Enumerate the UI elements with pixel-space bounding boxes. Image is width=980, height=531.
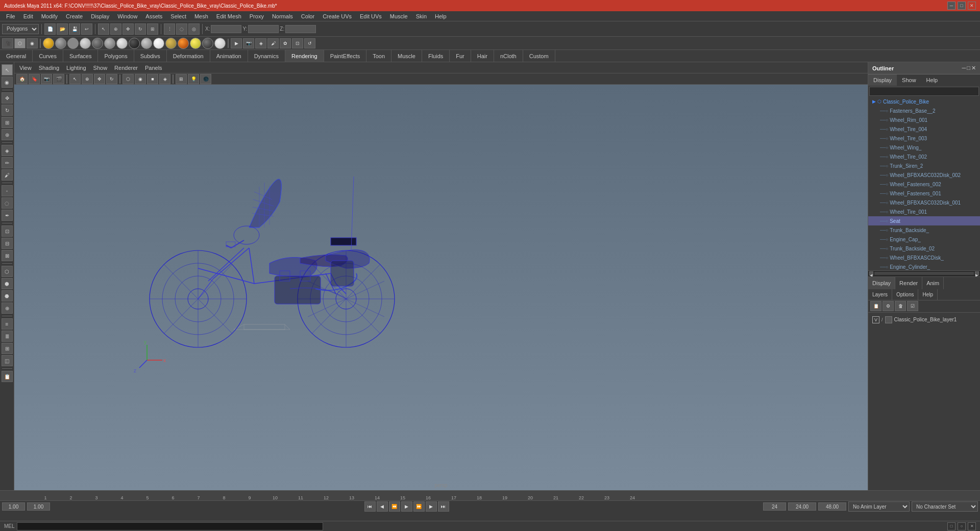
viewport-lighting-menu[interactable]: Lighting [63,65,89,71]
coord-z-input[interactable] [285,25,316,33]
sculpt-left[interactable]: ✏ [2,157,13,168]
extrude-left[interactable]: ⊡ [2,225,13,237]
menu-normals[interactable]: Normals [268,11,297,21]
curve-ep-left[interactable]: ◌ [2,197,13,209]
tab-fur[interactable]: Fur [450,50,471,62]
mel-input[interactable] [17,522,323,530]
layer-item-1[interactable]: V / Classic_Police_Bike_layer1 [870,315,978,325]
layers-tab[interactable]: Layers [868,289,892,300]
tab-muscle[interactable]: Muscle [391,50,422,62]
tab-toon[interactable]: Toon [366,50,391,62]
display1-left[interactable]: 📋 [2,371,13,382]
curve-cv-left[interactable]: ◦ [2,185,13,196]
layer-select-icon[interactable]: ☑ [907,301,918,311]
options-tab[interactable]: Options [892,289,918,300]
menu-edit-mesh[interactable]: Edit Mesh [212,11,246,21]
menu-file[interactable]: File [2,11,19,21]
total-frames-input[interactable]: 48.00 [818,502,846,511]
outliner-item-13[interactable]: ──○ Trunk_Backside_ [868,225,980,235]
outliner-search-input[interactable] [869,87,979,96]
move-tool-left[interactable]: ✥ [2,92,13,104]
menu-display[interactable]: Display [87,11,113,21]
camera-icon[interactable]: 🎥 [2,38,13,48]
sphere-darkgray[interactable] [202,38,213,49]
outliner-show-tab[interactable]: Show [897,74,921,86]
paint-icon[interactable]: 🖌 [267,38,279,48]
tab-custom[interactable]: Custom [523,50,555,62]
soft-mod-left[interactable]: ◈ [2,145,13,156]
smooth-icon[interactable]: ◉ [27,38,38,48]
anim-layer-select[interactable]: No Anim Layer [848,501,910,512]
sphere-flat[interactable] [67,38,79,49]
current-frame-input[interactable]: 1.00 [2,502,25,511]
layer3-left[interactable]: ⊞ [2,343,13,354]
outliner-scroll-left[interactable]: ◂ [869,271,873,275]
vp-light-icon[interactable]: 💡 [188,74,199,84]
vp-film-icon[interactable]: 🎬 [53,74,64,84]
minimize-button[interactable]: ─ [947,2,955,10]
anim-icon[interactable]: ↺ [304,38,315,48]
go-to-end-btn[interactable]: ⏭ [438,501,449,512]
outliner-maximize[interactable]: □ [967,65,970,71]
sphere-light[interactable] [80,38,91,49]
playback-end-input[interactable]: 24.00 [788,502,816,511]
next-frame-btn[interactable]: ▶ [426,501,437,512]
close-button[interactable]: ✕ [968,2,976,10]
tab-animation[interactable]: Animation [210,50,248,62]
menu-assets[interactable]: Assets [141,11,166,21]
menu-help[interactable]: Help [431,11,451,21]
tab-dynamics[interactable]: Dynamics [248,50,285,62]
menu-edit-uvs[interactable]: Edit UVs [356,11,386,21]
outliner-item-15[interactable]: ──○ Trunk_Backside_02 [868,244,980,253]
end-frame-input[interactable]: 24 [763,502,786,511]
tab-deformation[interactable]: Deformation [167,50,210,62]
start-frame-input[interactable]: 1.00 [27,502,50,511]
sphere-yellow2[interactable] [190,38,201,49]
outliner-close[interactable]: ✕ [971,65,976,71]
outliner-item-17[interactable]: ──○ Engine_Cylinder_ [868,262,980,270]
tab-polygons[interactable]: Polygons [98,50,134,62]
vp-lasso-icon[interactable]: ⊕ [82,74,93,84]
viewport-renderer-menu[interactable]: Renderer [111,65,141,71]
outliner-item-4[interactable]: ──○ Wheel_Tire_003 [868,134,980,143]
outliner-item-3[interactable]: ──○ Wheel_Tire_004 [868,124,980,134]
vp-camera-icon[interactable]: 📷 [41,74,52,84]
undo-button[interactable]: ↩ [81,23,92,35]
outliner-hscrollbar[interactable] [874,272,974,275]
outliner-display-tab[interactable]: Display [868,74,897,86]
tab-general[interactable]: General [0,50,33,62]
paint-weights-left[interactable]: 🖌 [2,169,13,181]
pfx-icon[interactable]: ✿ [280,38,291,48]
sphere-orange[interactable] [178,38,189,49]
lasso-tool[interactable]: ⊕ [110,23,121,35]
outliner-hscroll[interactable]: ◂ ▸ [868,270,980,276]
select-tool[interactable]: ↖ [98,23,109,35]
tab-ncloth[interactable]: nCloth [494,50,523,62]
menu-skin[interactable]: Skin [412,11,431,21]
outliner-item-16[interactable]: ──○ Wheel_BFBXASCDisk_ [868,253,980,262]
rotate-tool-left[interactable]: ↻ [2,105,13,116]
character-set-select[interactable]: No Character Set [912,501,978,512]
tab-painteffects[interactable]: PaintEffects [324,50,367,62]
outliner-item-seat[interactable]: ──○ Seat [868,216,980,225]
channel-display-tab[interactable]: Display [868,277,895,289]
menu-proxy[interactable]: Proxy [246,11,268,21]
prev-frame-btn[interactable]: ◀ [377,501,388,512]
layer2-left[interactable]: ≣ [2,331,13,342]
3d-viewport[interactable]: x y z persp [14,85,868,490]
vp-flat-icon[interactable]: ■ [147,74,158,84]
save-button[interactable]: 💾 [69,23,80,35]
play-reverse-btn[interactable]: ⏩ [413,501,425,512]
artisan4-left[interactable]: ⊕ [2,302,13,314]
layer-delete-icon[interactable]: 🗑 [895,301,906,311]
menu-mesh[interactable]: Mesh [190,11,212,21]
rotate-tool[interactable]: ↻ [135,23,146,35]
outliner-item-11[interactable]: ──○ Wheel_BFBXASC032Disk_001 [868,198,980,207]
vp-shadow-icon[interactable]: 🌑 [200,74,211,84]
split-left[interactable]: ⊠ [2,250,13,261]
coord-y-input[interactable] [248,25,279,33]
coord-x-input[interactable] [211,25,241,33]
open-button[interactable]: 📂 [57,23,68,35]
paint-select-left[interactable]: ◉ [2,77,13,88]
pencil-left[interactable]: ✒ [2,210,13,221]
